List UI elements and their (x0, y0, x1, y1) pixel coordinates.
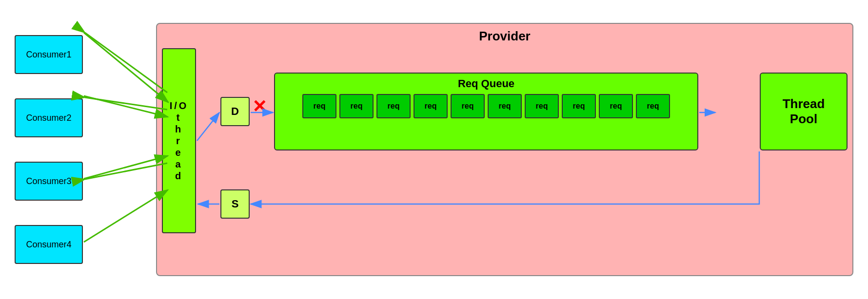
d-box: D (220, 97, 250, 126)
io-thread-label: I/Othread (170, 100, 189, 182)
req-item-1: req (302, 94, 336, 118)
req-item-5: req (451, 94, 485, 118)
req-item-6: req (488, 94, 522, 118)
req-item-7: req (525, 94, 559, 118)
diagram-container: Consumer1 Consumer2 Consumer3 Consumer4 … (0, 0, 868, 299)
req-queue-box: Req Queue req req req req req req req re… (274, 73, 698, 150)
consumers-column: Consumer1 Consumer2 Consumer3 Consumer4 (15, 23, 93, 276)
req-item-2: req (339, 94, 374, 118)
req-item-4: req (414, 94, 448, 118)
consumer4-box: Consumer4 (15, 225, 83, 264)
consumer1-label: Consumer1 (26, 50, 71, 60)
consumer3-label: Consumer3 (26, 176, 71, 187)
consumer1-box: Consumer1 (15, 35, 83, 74)
arrows-area (93, 23, 156, 276)
req-item-3: req (376, 94, 411, 118)
s-box: S (220, 189, 250, 219)
consumer2-box: Consumer2 (15, 98, 83, 137)
x-mark: ✕ (252, 98, 267, 115)
d-label: D (231, 105, 239, 118)
provider-title: Provider (162, 29, 848, 44)
thread-pool-label: ThreadPool (783, 96, 825, 127)
provider-box: Provider I/Othread D ✕ Req Queue req req… (156, 23, 853, 276)
consumer2-label: Consumer2 (26, 113, 71, 123)
req-items-row: req req req req req req req req req req (302, 94, 670, 118)
consumer3-box: Consumer3 (15, 162, 83, 201)
consumer4-label: Consumer4 (26, 240, 71, 250)
s-label: S (232, 198, 239, 210)
req-item-10: req (636, 94, 670, 118)
svg-line-1 (197, 112, 219, 141)
req-item-8: req (562, 94, 596, 118)
thread-pool-box: ThreadPool (760, 73, 848, 150)
io-thread-box: I/Othread (162, 48, 196, 233)
req-queue-title: Req Queue (458, 77, 514, 90)
req-item-9: req (599, 94, 633, 118)
